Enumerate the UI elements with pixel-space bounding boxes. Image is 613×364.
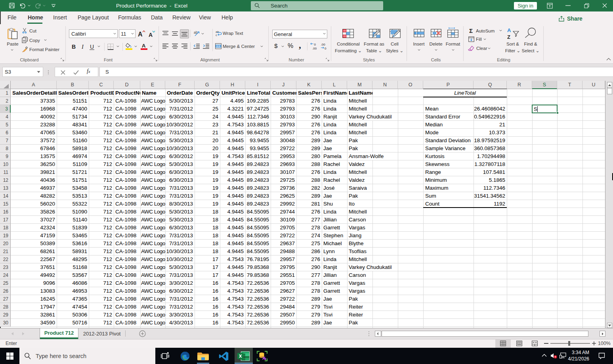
svg-text:.00: .00: [312, 47, 317, 50]
svg-text:0: 0: [325, 47, 327, 50]
svg-text:c: c: [216, 33, 217, 36]
svg-text:0: 0: [314, 43, 316, 46]
svg-text:.00: .00: [321, 43, 326, 46]
